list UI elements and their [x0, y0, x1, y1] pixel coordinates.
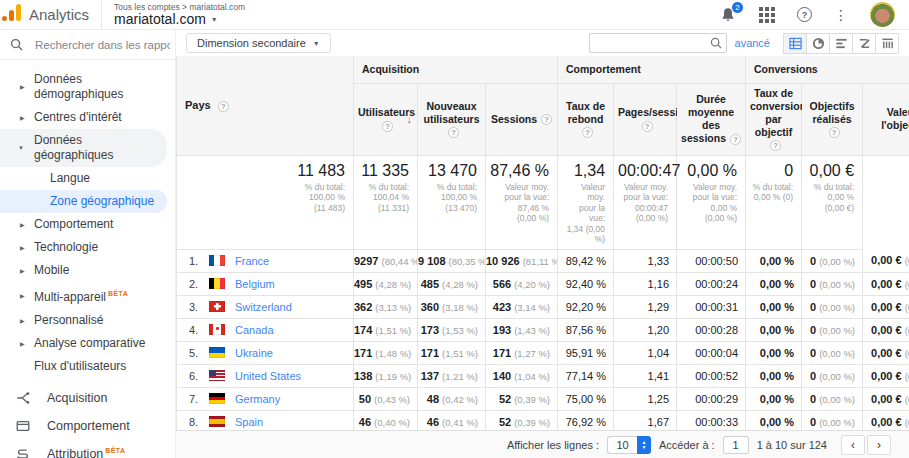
help-icon[interactable]	[448, 127, 459, 138]
metric-column-header[interactable]: Pages/session	[614, 83, 677, 155]
previous-page-button[interactable]: ‹	[841, 435, 865, 455]
table-row: 4.Canada 174(1,51 %) 173(1,53 %) 193(1,4…	[177, 318, 909, 341]
country-cell: 3.Switzerland	[177, 295, 354, 318]
new-users-cell: 48(0,42 %)	[418, 387, 486, 410]
sidebar-nav: Données démographiques Centres d'intérêt…	[0, 60, 175, 378]
session-duration-cell: 00:00:24	[677, 272, 746, 295]
country-link[interactable]: Ukraine	[235, 347, 273, 359]
sidebar-nav-item[interactable]: Analyse comparative	[0, 332, 167, 355]
metric-column-header[interactable]: Valeur de l'objectif	[863, 83, 909, 155]
goto-page-input[interactable]	[723, 436, 749, 454]
sort-descending-icon[interactable]: ↓	[407, 113, 413, 126]
sidebar-section-item[interactable]: Acquisition	[0, 384, 175, 412]
sidebar-section-item[interactable]: Comportement	[0, 412, 175, 440]
sidebar-search[interactable]	[0, 30, 175, 60]
apps-grid-icon[interactable]	[759, 7, 775, 23]
sidebar-nav-item[interactable]: Flux d'utilisateurs	[0, 355, 167, 378]
country-link[interactable]: Spain	[235, 416, 263, 428]
sidebar-nav-item[interactable]: Comportement	[0, 213, 167, 236]
table-search-box[interactable]	[589, 33, 727, 53]
metric-column-header[interactable]: Durée moyenne des sessions	[677, 83, 746, 155]
metric-column-header[interactable]: Utilisateurs ↓	[354, 83, 418, 155]
summary-cell: 13 470 % du total: 100,00 % (13 470)	[418, 155, 486, 249]
sidebar-nav-item[interactable]: Mobile	[0, 259, 167, 282]
sidebar-nav-item[interactable]: Personnalisé	[0, 309, 167, 332]
pages-session-cell: 1,04	[614, 341, 677, 364]
pages-session-cell: 1,20	[614, 318, 677, 341]
help-icon[interactable]	[382, 121, 393, 132]
sessions-cell: 193(1,43 %)	[486, 318, 558, 341]
help-icon[interactable]	[582, 127, 593, 138]
help-icon[interactable]	[218, 101, 229, 112]
new-users-cell: 485(4,28 %)	[418, 272, 486, 295]
help-icon[interactable]	[642, 121, 653, 132]
help-icon[interactable]: ?	[797, 7, 812, 22]
metric-column-header[interactable]: Sessions	[486, 83, 558, 155]
top-header: Analytics Tous les comptes > mariatotal.…	[0, 0, 909, 30]
sidebar-nav-item[interactable]: Multi-appareilBÊTA	[0, 282, 167, 309]
country-link[interactable]: United States	[235, 370, 301, 382]
country-flag-icon	[209, 324, 225, 335]
comparison-view-button[interactable]	[852, 33, 876, 54]
sidebar-item-label: Données démographiques	[34, 72, 123, 101]
table-row: 6.United States 138(1,19 %) 137(1,21 %) …	[177, 364, 909, 387]
goal-completions-cell: 0(0,00 %)	[802, 272, 863, 295]
avatar[interactable]	[870, 2, 895, 27]
advanced-filter-link[interactable]: avancé	[735, 37, 770, 49]
country-link[interactable]: Germany	[235, 393, 280, 405]
table-row: 7.Germany 50(0,43 %) 48(0,42 %) 52(0,39 …	[177, 387, 909, 410]
sidebar-nav-item[interactable]: Centres d'intérêt	[0, 106, 167, 129]
help-icon[interactable]	[770, 140, 781, 151]
sidebar-nav-item[interactable]: Langue	[0, 167, 167, 190]
country-link[interactable]: Canada	[235, 324, 274, 336]
goto-label: Accéder à :	[659, 439, 715, 451]
search-reports-input[interactable]	[35, 39, 170, 51]
goal-value-cell: 0,00 €(0,00 €)	[863, 295, 909, 318]
country-cell: 6.United States	[177, 364, 354, 387]
goal-value-cell: 0,00 €(0,00 €)	[863, 341, 909, 364]
more-vertical-icon[interactable]: ⋮	[834, 7, 848, 23]
summary-cell: 0,00 % Valeur moy. pour la vue: 0,00 % (…	[677, 155, 746, 249]
help-icon[interactable]	[541, 114, 552, 125]
metric-column-header[interactable]: Objectifs réalisés	[802, 83, 863, 155]
dimension-column-header[interactable]: Pays	[177, 56, 354, 155]
performance-view-button[interactable]	[829, 33, 853, 54]
country-link[interactable]: France	[235, 255, 269, 267]
table-view-button[interactable]	[783, 33, 807, 54]
rows-per-page-select[interactable]: 10 ▲▼	[607, 436, 651, 454]
sidebar-nav-item[interactable]: Technologie	[0, 236, 167, 259]
account-selector[interactable]: mariatotal.com ▼	[114, 12, 245, 27]
sidebar-section-item[interactable]: AttributionBÊTA	[0, 440, 175, 458]
sidebar-nav-item[interactable]: Données géographiques	[0, 129, 167, 167]
sidebar-nav-item[interactable]: Zone géographique	[0, 190, 167, 213]
country-cell: 8.Spain	[177, 410, 354, 430]
next-page-button[interactable]: ›	[867, 435, 891, 455]
country-flag-icon	[209, 301, 225, 312]
goal-value-cell: 0,00 €(0,00 €)	[863, 249, 909, 272]
new-users-cell: 173(1,53 %)	[418, 318, 486, 341]
notifications-button[interactable]: 2	[719, 6, 737, 24]
metric-column-header[interactable]: Nouveaux utilisateurs	[418, 83, 486, 155]
users-cell: 495(4,28 %)	[354, 272, 418, 295]
country-link[interactable]: Switzerland	[235, 301, 292, 313]
sidebar-nav-item[interactable]: Données démographiques	[0, 68, 167, 106]
pivot-view-button[interactable]	[875, 33, 899, 54]
stepper-icon: ▲▼	[637, 436, 651, 454]
metric-column-header[interactable]: Taux de conversion par objectif	[746, 83, 802, 155]
row-rank: 1.	[189, 255, 207, 267]
secondary-dimension-button[interactable]: Dimension secondaire ▼	[186, 33, 331, 53]
metric-column-header[interactable]: Taux de rebond	[558, 83, 614, 155]
help-icon[interactable]	[829, 127, 840, 138]
country-link[interactable]: Belgium	[235, 278, 275, 290]
chevron-down-icon: ▼	[313, 40, 320, 47]
row-rank: 8.	[189, 416, 207, 428]
help-icon[interactable]	[730, 134, 741, 145]
sidebar-item-label: Flux d'utilisateurs	[34, 359, 126, 373]
table-search-input[interactable]	[594, 37, 710, 49]
percentage-view-button[interactable]	[806, 33, 830, 54]
analytics-logo-icon[interactable]	[2, 3, 21, 21]
sidebar-item-label: Technologie	[34, 240, 98, 254]
search-icon	[10, 38, 23, 51]
sessions-cell: 171(1,27 %)	[486, 341, 558, 364]
pages-session-cell: 1,29	[614, 295, 677, 318]
